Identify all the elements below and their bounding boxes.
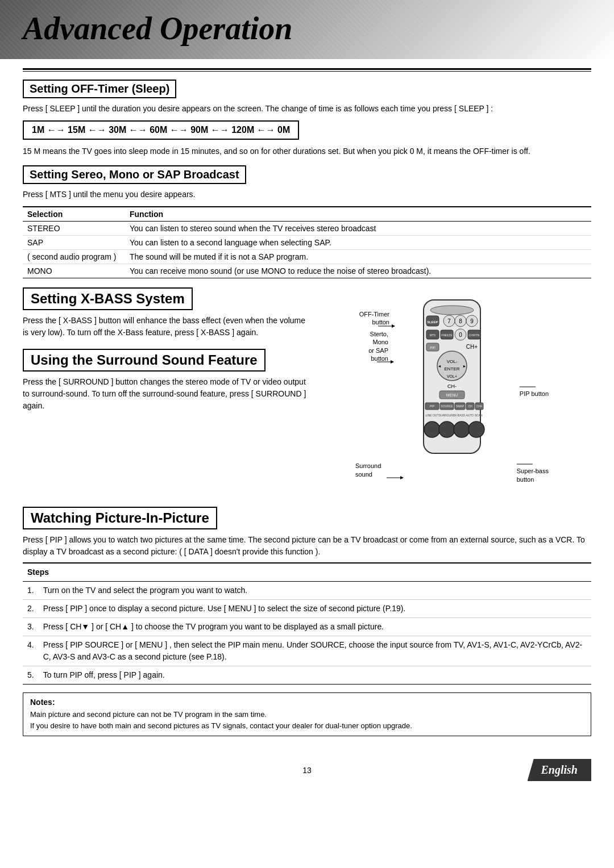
stereo-intro: Press [ MTS ] until the menu you desire … (23, 189, 591, 201)
table-header-selection: Selection (23, 207, 125, 222)
svg-text:VOL-: VOL- (447, 359, 458, 364)
step-row: 4. Press [ PIP SOURCE ] or [ MENU ] , th… (23, 636, 591, 666)
page-title: Advanced Operation (23, 10, 591, 47)
off-timer-label: OFF-Timer button (355, 310, 389, 329)
table-cell-selection: STEREO (23, 222, 125, 236)
table-cell-selection: ( second audio program ) (23, 250, 125, 264)
svg-text:VOL+: VOL+ (447, 374, 457, 378)
svg-text:PIP: PIP (430, 404, 435, 408)
table-cell-function: The sound will be muted if it is not a S… (125, 250, 591, 264)
two-col-layout: Setting X-BASS System Press the [ X-BASS… (23, 287, 591, 498)
sleep-timer-sequence-box: 1M ←→ 15M ←→ 30M ←→ 60M ←→ 90M ←→ 120M ←… (23, 120, 591, 140)
surround-section: Using the Surround Sound Feature Press t… (23, 349, 307, 412)
table-cell-function: You can receive mono sound (or use MONO … (125, 264, 591, 278)
english-badge: English (528, 759, 591, 781)
table-header-function: Function (125, 207, 591, 222)
svg-point-1 (430, 306, 474, 315)
svg-point-44 (424, 422, 440, 437)
step-number: 4. (23, 636, 39, 666)
step-number: 3. (23, 618, 39, 636)
svg-text:►: ► (463, 364, 467, 368)
step-row: 3. Press [ CH▼ ] or [ CH▲ ] to choose th… (23, 618, 591, 636)
table-cell-selection: MONO (23, 264, 125, 278)
svg-point-45 (439, 422, 455, 437)
remote-svg: SLEEP 7 8 9 MTS FREEZE 0 (389, 299, 515, 458)
step-row: 5. To turn PIP off, press [ PIP ] again. (23, 666, 591, 685)
svg-text:CH/RTN: CH/RTN (469, 333, 480, 337)
svg-point-46 (454, 422, 470, 437)
svg-text:CH: CH (468, 404, 472, 408)
stereo-section: Setting Sereo, Mono or SAP Broadcast Pre… (23, 165, 591, 278)
header-banner: Advanced Operation (0, 0, 614, 59)
svg-text:9: 9 (470, 318, 474, 324)
svg-text:CH+: CH+ (466, 344, 478, 350)
notes-box: Notes: Main picture and second picture c… (23, 692, 591, 736)
svg-text:7: 7 (447, 318, 451, 324)
step-row: 2. Press [ PIP ] once to display a secon… (23, 600, 591, 618)
table-cell-function: You can listen to stereo sound when the … (125, 222, 591, 236)
svg-text:◄: ◄ (438, 364, 442, 368)
note-1: Main picture and second picture can not … (30, 709, 584, 720)
table-cell-selection: SAP (23, 236, 125, 250)
svg-text:AUTO SCAN: AUTO SCAN (466, 414, 482, 417)
content-area: Setting OFF-Timer (Sleep) Press [ SLEEP … (0, 59, 614, 748)
step-text: Press [ PIP SOURCE ] or [ MENU ] , then … (39, 636, 591, 666)
svg-text:MTS: MTS (430, 333, 436, 337)
right-column: SLEEP 7 8 9 MTS FREEZE 0 (313, 287, 591, 498)
sleep-timer-heading: Setting OFF-Timer (Sleep) (23, 80, 176, 98)
divider (23, 68, 591, 72)
pip-heading: Watching Picture-In-Picture (23, 507, 217, 529)
note-2: If you desire to have both main and seco… (30, 720, 584, 732)
svg-text:ENTER: ENTER (444, 366, 459, 372)
stereo-table: Selection Function STEREO You can listen… (23, 206, 591, 278)
svg-text:CH-: CH- (447, 383, 457, 389)
svg-text:FREEZE: FREEZE (441, 333, 453, 337)
step-text: Turn on the TV and select the program yo… (39, 582, 591, 600)
svg-marker-49 (392, 324, 395, 328)
svg-text:SOURCE: SOURCE (441, 404, 453, 408)
surround-body: Press the [ SURROUND ] button changes th… (23, 376, 307, 412)
sleep-timer-sequence: 1M ←→ 15M ←→ 30M ←→ 60M ←→ 90M ←→ 120M ←… (23, 120, 299, 140)
sleep-timer-body2: 15 M means the TV goes into sleep mode i… (23, 145, 591, 157)
table-row: ( second audio program ) The sound will … (23, 250, 591, 264)
svg-text:CHA: CHA (476, 404, 483, 408)
steps-header: Steps (23, 563, 591, 582)
page: Advanced Operation Setting OFF-Timer (Sl… (0, 0, 614, 868)
svg-text:MENU: MENU (446, 393, 458, 397)
svg-text:0: 0 (459, 332, 462, 338)
left-column: Setting X-BASS System Press the [ X-BASS… (23, 287, 307, 498)
sleep-timer-body1: Press [ SLEEP ] until the duration you d… (23, 103, 591, 115)
svg-point-47 (468, 422, 484, 437)
xbass-heading: Setting X-BASS System (23, 287, 193, 310)
page-number: 13 (212, 766, 401, 775)
stereo-mono-label: Sterto, Mono or SAP button (355, 330, 388, 365)
step-number: 1. (23, 582, 39, 600)
svg-marker-54 (400, 476, 404, 479)
xbass-section: Setting X-BASS System Press the [ X-BASS… (23, 287, 307, 339)
svg-text:PIP: PIP (430, 346, 435, 349)
step-text: Press [ CH▼ ] or [ CH▲ ] to choose the T… (39, 618, 591, 636)
table-row: MONO You can receive mono sound (or use … (23, 264, 591, 278)
superbass-label: Super-bass button (517, 461, 549, 483)
step-text: Press [ PIP ] once to display a second p… (39, 600, 591, 618)
svg-text:SURROUND: SURROUND (439, 414, 455, 417)
pip-button-label: PIP button (520, 384, 549, 398)
sleep-timer-section: Setting OFF-Timer (Sleep) Press [ SLEEP … (23, 80, 591, 157)
table-row: STEREO You can listen to stereo sound wh… (23, 222, 591, 236)
svg-text:X-BASS: X-BASS (455, 414, 466, 417)
svg-text:LINE OUT: LINE OUT (425, 414, 438, 417)
table-row: SAP You can listen to a second language … (23, 236, 591, 250)
table-cell-function: You can listen to a second language when… (125, 236, 591, 250)
svg-text:8: 8 (459, 318, 462, 324)
remote-diagram: SLEEP 7 8 9 MTS FREEZE 0 (355, 293, 549, 498)
step-text: To turn PIP off, press [ PIP ] again. (39, 666, 591, 685)
surround-label: Surround sound (355, 462, 404, 481)
svg-text:SWAP: SWAP (456, 404, 464, 408)
pip-intro: Press [ PIP ] allows you to watch two pi… (23, 534, 591, 558)
steps-table: Steps 1. Turn on the TV and select the p… (23, 562, 591, 685)
notes-title: Notes: (30, 698, 584, 707)
surround-heading: Using the Surround Sound Feature (23, 349, 265, 372)
step-number: 2. (23, 600, 39, 618)
svg-marker-51 (391, 360, 394, 364)
xbass-body: Press the [ X-BASS ] button will enhance… (23, 315, 307, 339)
